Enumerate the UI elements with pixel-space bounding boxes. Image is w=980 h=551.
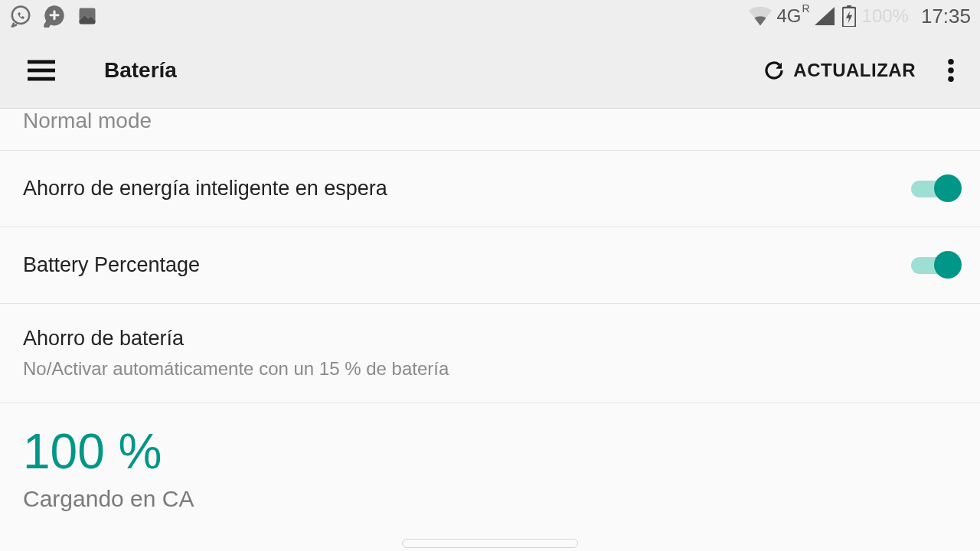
toggle-thumb <box>934 174 962 202</box>
settings-content: Normal mode Ahorro de energía inteligent… <box>0 109 980 551</box>
svg-rect-4 <box>847 5 851 8</box>
refresh-button[interactable]: ACTUALIZAR <box>763 59 916 82</box>
row-label: Ahorro de energía inteligente en espera <box>23 177 911 201</box>
svg-rect-6 <box>28 68 55 72</box>
clock-time: 17:35 <box>921 5 971 28</box>
mode-subtitle: Normal mode <box>0 109 980 151</box>
svg-point-10 <box>948 76 954 82</box>
status-bar: 4GR 100% 17:35 <box>0 0 980 32</box>
wifi-icon <box>749 6 772 26</box>
svg-rect-5 <box>28 60 55 64</box>
row-battery-saver[interactable]: Ahorro de batería No/Activar automáticam… <box>0 304 980 403</box>
svg-point-9 <box>948 67 954 73</box>
image-icon <box>77 5 98 27</box>
refresh-icon <box>763 59 786 82</box>
app-bar: Batería ACTUALIZAR <box>0 32 980 109</box>
battery-percentage-text: 100% <box>862 5 909 27</box>
network-type-label: 4GR <box>776 5 809 27</box>
row-subtitle: No/Activar automáticamente con un 15 % d… <box>23 358 449 380</box>
row-battery-percentage[interactable]: Battery Percentage <box>0 227 980 304</box>
toggle-battery-percentage[interactable] <box>911 257 957 274</box>
charge-status-block: 100 % Cargando en CA <box>0 403 980 515</box>
battery-charging-icon <box>842 5 856 27</box>
svg-rect-7 <box>28 77 55 80</box>
whatsapp-icon <box>9 5 32 28</box>
toggle-thumb <box>934 251 962 279</box>
status-right-icons: 4GR 100% 17:35 <box>749 5 971 28</box>
charge-subtitle: Cargando en CA <box>23 486 957 512</box>
row-label: Ahorro de batería <box>23 327 184 350</box>
status-left-icons <box>9 5 98 28</box>
toggle-smart-standby[interactable] <box>911 181 957 197</box>
home-indicator[interactable] <box>402 539 578 548</box>
signal-icon <box>815 7 835 25</box>
refresh-label: ACTUALIZAR <box>793 60 916 81</box>
svg-point-0 <box>12 7 30 24</box>
row-label: Battery Percentage <box>23 253 911 277</box>
svg-point-8 <box>948 59 954 65</box>
row-smart-standby[interactable]: Ahorro de energía inteligente en espera <box>0 151 980 227</box>
charge-value: 100 % <box>23 423 957 480</box>
hamburger-menu-icon[interactable] <box>28 60 55 81</box>
add-comment-icon <box>43 5 66 28</box>
page-title: Batería <box>104 58 177 83</box>
more-options-icon[interactable] <box>943 54 959 86</box>
